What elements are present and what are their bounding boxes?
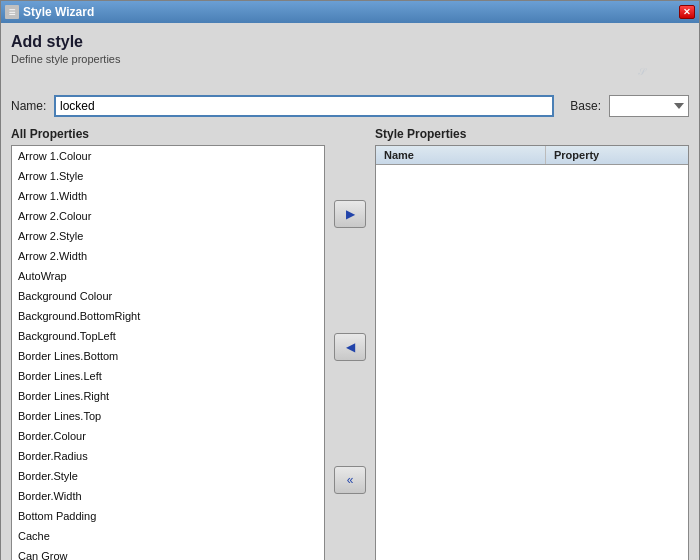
list-item[interactable]: Background Colour: [12, 286, 324, 306]
page-title: Add style: [11, 33, 120, 51]
close-button[interactable]: ✕: [679, 5, 695, 19]
list-item[interactable]: Arrow 1.Width: [12, 186, 324, 206]
list-item[interactable]: Bottom Padding: [12, 506, 324, 526]
list-item[interactable]: Border.Width: [12, 486, 324, 506]
list-item[interactable]: Arrow 2.Colour: [12, 206, 324, 226]
list-item[interactable]: Border.Colour: [12, 426, 324, 446]
name-row: Name: Base:: [11, 95, 689, 117]
list-item[interactable]: Arrow 1.Colour: [12, 146, 324, 166]
title-bar-controls: ✕: [679, 5, 695, 19]
base-label: Base:: [570, 99, 601, 113]
header-text: Add style Define style properties: [11, 33, 120, 65]
middle-buttons: ▶ ◀ «: [325, 127, 375, 560]
all-properties-list-container: Arrow 1.ColourArrow 1.StyleArrow 1.Width…: [11, 145, 325, 560]
list-item[interactable]: Border Lines.Top: [12, 406, 324, 426]
main-content: Add style Define style properties 𝒮 Name…: [1, 23, 699, 560]
remove-all-button[interactable]: «: [334, 466, 366, 494]
list-item[interactable]: Can Grow: [12, 546, 324, 560]
name-input[interactable]: [54, 95, 554, 117]
header-logo: 𝒮: [629, 33, 689, 83]
svg-text:𝒮: 𝒮: [638, 66, 647, 77]
list-item[interactable]: Border Lines.Left: [12, 366, 324, 386]
style-table-header: Name Property: [376, 146, 688, 165]
window-title: Style Wizard: [23, 5, 94, 19]
style-properties-panel: Style Properties Name Property: [375, 127, 689, 560]
list-item[interactable]: AutoWrap: [12, 266, 324, 286]
all-properties-panel: All Properties Arrow 1.ColourArrow 1.Sty…: [11, 127, 325, 560]
list-item[interactable]: Cache: [12, 526, 324, 546]
list-item[interactable]: Background.TopLeft: [12, 326, 324, 346]
list-item[interactable]: Arrow 2.Style: [12, 226, 324, 246]
panels-row: All Properties Arrow 1.ColourArrow 1.Sty…: [11, 127, 689, 560]
remove-property-button[interactable]: ◀: [334, 333, 366, 361]
list-item[interactable]: Border Lines.Bottom: [12, 346, 324, 366]
all-properties-scroll[interactable]: Arrow 1.ColourArrow 1.StyleArrow 1.Width…: [12, 146, 324, 560]
list-item[interactable]: Border.Style: [12, 466, 324, 486]
title-bar-left: ≡ Style Wizard: [5, 5, 94, 19]
page-subtitle: Define style properties: [11, 53, 120, 65]
style-wizard-window: ≡ Style Wizard ✕ Add style Define style …: [0, 0, 700, 560]
list-item[interactable]: Arrow 1.Style: [12, 166, 324, 186]
title-bar: ≡ Style Wizard ✕: [1, 1, 699, 23]
add-property-button[interactable]: ▶: [334, 200, 366, 228]
style-properties-table: Name Property: [375, 145, 689, 560]
name-column-header: Name: [376, 146, 546, 164]
all-properties-title: All Properties: [11, 127, 325, 141]
property-column-header: Property: [546, 146, 688, 164]
list-item[interactable]: Border.Radius: [12, 446, 324, 466]
list-item[interactable]: Border Lines.Right: [12, 386, 324, 406]
base-select[interactable]: [609, 95, 689, 117]
window-icon: ≡: [5, 5, 19, 19]
header-section: Add style Define style properties 𝒮: [11, 33, 689, 83]
name-label: Name:: [11, 99, 46, 113]
list-item[interactable]: Arrow 2.Width: [12, 246, 324, 266]
style-properties-title: Style Properties: [375, 127, 689, 141]
list-item[interactable]: Background.BottomRight: [12, 306, 324, 326]
